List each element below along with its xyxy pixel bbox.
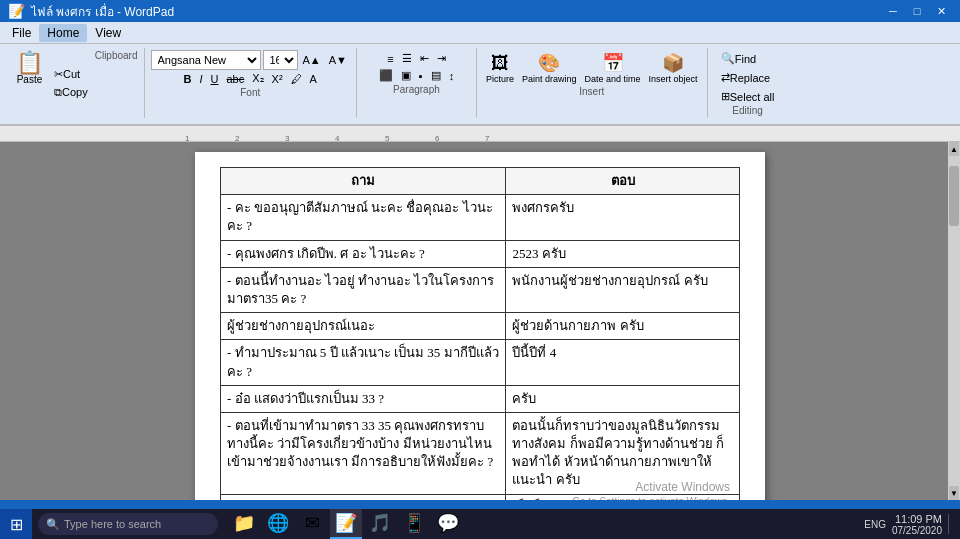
title-bar: 📝 ไฟล์ พงศกร เมื่อ - WordPad ─ □ ✕ — [0, 0, 960, 22]
taskbar-app-mail[interactable]: ✉ — [296, 509, 328, 539]
taskbar-clock[interactable]: 11:09 PM 07/25/2020 — [892, 513, 942, 536]
font-color-button[interactable]: A — [307, 71, 320, 87]
replace-button[interactable]: ⇄ Replace — [718, 69, 773, 86]
subscript-button[interactable]: X₂ — [249, 70, 266, 87]
picture-button[interactable]: 🖼Picture — [483, 51, 517, 86]
menu-home[interactable]: Home — [39, 24, 87, 42]
align-right-button[interactable]: ▪ — [416, 68, 426, 84]
select-all-icon: ⊞ — [721, 90, 730, 103]
paragraph-row1: ≡ ☰ ⇤ ⇥ — [384, 50, 448, 67]
paint-drawing-button[interactable]: 🎨Paint drawing — [519, 50, 580, 86]
cut-icon: ✂ — [54, 68, 63, 81]
table-header-question: ถาม — [221, 168, 506, 195]
table-cell-question: - ตอนที่เข้ามาทำมาตรา 33 35 คุณพงศกรทราบ… — [221, 412, 506, 494]
table-cell-question: - คุณพงศกร เกิดปีพ. ศ อะ ไวนะคะ ? — [221, 240, 506, 267]
minimize-button[interactable]: ─ — [882, 2, 904, 20]
show-desktop-button[interactable] — [948, 514, 952, 534]
scroll-track[interactable] — [949, 156, 959, 486]
table-header-answer: ตอบ — [506, 168, 740, 195]
table-row: - คะ ขออนุญาตีสัมภาษณ์ นะคะ ชื่อคุณอะ ไว… — [221, 195, 740, 240]
ribbon-groups: 📋 Paste ✂ Cut ⧉ Copy Clipboard Angsana N… — [6, 48, 954, 118]
increase-indent-button[interactable]: ⇥ — [434, 50, 449, 67]
table-cell-question: - ตอนนี้ทำงานอะ ไวอยู่ ทำงานอะ ไวในโครงก… — [221, 267, 506, 312]
taskbar-search[interactable]: 🔍 Type here to search — [38, 513, 218, 535]
paragraph-row2: ⬛ ▣ ▪ ▤ ↕ — [376, 67, 457, 84]
table-cell-answer: เค็กก็บอกว่า บริษัทเค้าจ้างงาน แบบว่าให้… — [506, 494, 740, 500]
table-cell-question: - ทำมาประมาณ 5 ปี แล้วเนาะ เป็นม 35 มากี… — [221, 340, 506, 385]
table-row: - ตอนที่เข้ามาทำมาตรา 33 35 คุณพงศกรทราบ… — [221, 412, 740, 494]
taskbar-app-edge[interactable]: 🌐 — [262, 509, 294, 539]
select-all-button[interactable]: ⊞ Select all — [718, 88, 778, 105]
table-cell-question: - คะ ขออนุญาตีสัมภาษณ์ นะคะ ชื่อคุณอะ ไว… — [221, 195, 506, 240]
title-bar-left: 📝 ไฟล์ พงศกร เมื่อ - WordPad — [8, 2, 174, 21]
table-row: - ทำมาประมาณ 5 ปี แล้วเนาะ เป็นม 35 มากี… — [221, 340, 740, 385]
copy-button[interactable]: ⧉ Copy — [51, 84, 91, 101]
close-button[interactable]: ✕ — [930, 2, 952, 20]
taskbar-right: ENG 11:09 PM 07/25/2020 — [864, 513, 960, 536]
table-row: ผู้ช่วยช่างกายอุปกรณ์เนอะ ผู้ช่วยด้านกาย… — [221, 313, 740, 340]
table-cell-question: - คะ มูลนิธินวัตกรรมทางสังคม มีคนมาบอกเล… — [221, 494, 506, 500]
taskbar-app-spotify[interactable]: 🎵 — [364, 509, 396, 539]
decrease-indent-button[interactable]: ⇤ — [417, 50, 432, 67]
insert-label: Insert — [483, 86, 701, 97]
table-cell-answer: ผู้ช่วยด้านกายภาพ ครับ — [506, 313, 740, 340]
replace-icon: ⇄ — [721, 71, 730, 84]
window-controls: ─ □ ✕ — [882, 2, 952, 20]
align-left-button[interactable]: ⬛ — [376, 67, 396, 84]
taskbar: ⊞ 🔍 Type here to search 📁 🌐 ✉ 📝 🎵 📱 💬 EN… — [0, 509, 960, 539]
taskbar-language: ENG — [864, 519, 886, 530]
window-title: ไฟล์ พงศกร เมื่อ - WordPad — [31, 2, 174, 21]
bold-button[interactable]: B — [181, 71, 195, 87]
find-icon: 🔍 — [721, 52, 735, 65]
font-controls-row1: Angsana New Arial Times New Roman 16 12 … — [151, 50, 350, 70]
line-spacing-button[interactable]: ↕ — [446, 68, 458, 84]
strikethrough-button[interactable]: abc — [224, 71, 248, 87]
taskbar-app-explorer[interactable]: 📁 — [228, 509, 260, 539]
scroll-thumb[interactable] — [949, 166, 959, 226]
menu-file[interactable]: File — [4, 24, 39, 42]
cut-button[interactable]: ✂ Cut — [51, 66, 91, 83]
table-cell-question: ผู้ช่วยช่างกายอุปกรณ์เนอะ — [221, 313, 506, 340]
superscript-button[interactable]: X² — [269, 71, 286, 87]
justify-button[interactable]: ▤ — [428, 67, 444, 84]
editing-group: 🔍 Find ⇄ Replace ⊞ Select all Editing — [708, 48, 788, 118]
shrink-font-button[interactable]: A▼ — [326, 52, 350, 68]
numbering-button[interactable]: ☰ — [399, 50, 415, 67]
font-size-select[interactable]: 16 12 14 18 — [263, 50, 298, 70]
date-time-button[interactable]: 📅Date and time — [582, 50, 644, 86]
italic-button[interactable]: I — [196, 71, 205, 87]
table-cell-answer: พนักงานผู้ช่วยช่างกายอุปกรณ์ ครับ — [506, 267, 740, 312]
paste-icon: 📋 — [16, 52, 43, 74]
table-row: - คะ มูลนิธินวัตกรรมทางสังคม มีคนมาบอกเล… — [221, 494, 740, 500]
table-cell-answer: ปีนี้ปีที่ 4 — [506, 340, 740, 385]
scroll-down-button[interactable]: ▼ — [949, 486, 959, 500]
taskbar-app-line[interactable]: 💬 — [432, 509, 464, 539]
scroll-up-button[interactable]: ▲ — [949, 142, 959, 156]
document-area: ถาม ตอบ - คะ ขออนุญาตีสัมภาษณ์ นะคะ ชื่อ… — [0, 142, 960, 500]
table-row: - คุณพงศกร เกิดปีพ. ศ อะ ไวนะคะ ? 2523 ค… — [221, 240, 740, 267]
font-group-label: Font — [151, 87, 350, 98]
table-cell-answer: ครับ — [506, 385, 740, 412]
vertical-scrollbar[interactable]: ▲ ▼ — [948, 142, 960, 500]
search-icon: 🔍 — [46, 518, 60, 531]
start-button[interactable]: ⊞ — [0, 509, 32, 539]
bullets-button[interactable]: ≡ — [384, 51, 396, 67]
font-name-select[interactable]: Angsana New Arial Times New Roman — [151, 50, 261, 70]
menu-view[interactable]: View — [87, 24, 129, 42]
underline-button[interactable]: U — [208, 71, 222, 87]
insert-object-button[interactable]: 📦Insert object — [646, 50, 701, 86]
clipboard-label: Clipboard — [95, 50, 138, 116]
find-button[interactable]: 🔍 Find — [718, 50, 759, 67]
taskbar-app-phone[interactable]: 📱 — [398, 509, 430, 539]
app-icon: 📝 — [8, 3, 25, 19]
font-group: Angsana New Arial Times New Roman 16 12 … — [145, 48, 357, 118]
ruler: 1 2 3 4 5 6 7 — [0, 126, 960, 142]
highlight-button[interactable]: 🖊 — [288, 71, 305, 87]
table-cell-answer: พงศกรครับ — [506, 195, 740, 240]
align-center-button[interactable]: ▣ — [398, 67, 414, 84]
paste-button[interactable]: 📋 Paste — [12, 50, 47, 116]
taskbar-app-wordpad[interactable]: 📝 — [330, 509, 362, 539]
grow-font-button[interactable]: A▲ — [300, 52, 324, 68]
maximize-button[interactable]: □ — [906, 2, 928, 20]
taskbar-apps: 📁 🌐 ✉ 📝 🎵 📱 💬 — [228, 509, 464, 539]
